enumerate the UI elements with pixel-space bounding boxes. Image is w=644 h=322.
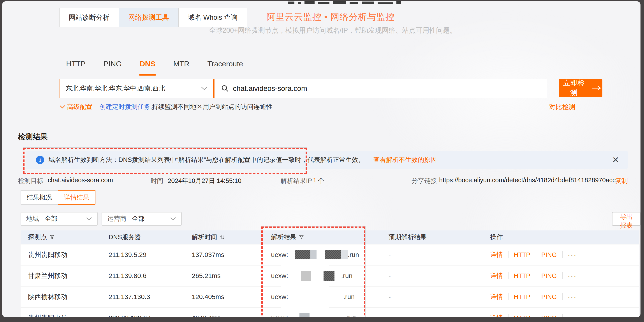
probe-cell: 贵州贵阳移动	[28, 250, 108, 259]
result-suffix: .run	[343, 293, 354, 300]
export-report-button[interactable]: 导出报表	[612, 212, 640, 226]
tab-http[interactable]: HTTP	[66, 60, 86, 70]
expected-cell: -	[388, 314, 490, 317]
tab-dns[interactable]: DNS	[140, 60, 156, 70]
page-subtitle: 全球200+网络拨测节点，模拟用户访问域名/IP，帮助发现网络、站点可用性问题。	[168, 26, 497, 35]
time-cell: 265.21ms	[192, 272, 271, 279]
http-link[interactable]: HTTP	[514, 314, 530, 317]
dns-cell: 211.139.80.6	[108, 272, 192, 279]
http-link[interactable]: HTTP	[514, 272, 530, 279]
col-probe: 探测点	[28, 233, 47, 242]
target-label: 检测目标	[18, 177, 43, 185]
isp-filter-select[interactable]: 运营商 全部	[102, 212, 182, 226]
detect-meta-row: 检测目标 chat.aivideos-sora.com 时间 2024年10月2…	[2, 177, 640, 185]
more-actions-icon[interactable]: ···	[568, 251, 577, 259]
sort-icon[interactable]	[220, 235, 224, 240]
http-link[interactable]: HTTP	[514, 251, 530, 258]
tab-ping[interactable]: PING	[104, 60, 122, 70]
ping-link[interactable]: PING	[541, 251, 557, 258]
table-row: 陕西榆林移动 211.137.130.3 120.405ms uexw: .ru…	[20, 286, 639, 307]
advanced-config-link[interactable]: 高级配置	[67, 103, 92, 111]
ping-link[interactable]: PING	[541, 272, 557, 279]
http-link[interactable]: HTTP	[514, 293, 530, 300]
time-cell: 46.254ms	[192, 314, 271, 317]
arrow-right-icon	[592, 85, 601, 91]
detail-link[interactable]: 详情	[490, 250, 503, 259]
result-suffix: .run	[348, 251, 359, 258]
info-icon: i	[36, 156, 44, 164]
time-cell: 137.037ms	[192, 251, 271, 258]
close-icon[interactable]: ✕	[612, 156, 619, 164]
region-filter-label: 地域	[26, 214, 39, 223]
resolve-ip-label: 解析结果IP	[281, 177, 312, 185]
target-input-value: chat.aivideos-sora.com	[233, 84, 307, 93]
detail-link[interactable]: 详情	[490, 271, 503, 280]
result-prefix: uexw:	[271, 272, 288, 279]
action-cell: 详情 HTTP PING ···	[490, 292, 639, 301]
redaction-block	[300, 313, 310, 317]
result-suffix: .run	[341, 272, 352, 279]
result-prefix: uexw:	[271, 251, 288, 258]
result-section-heading: 检测结果	[18, 132, 48, 142]
more-actions-icon[interactable]: ···	[568, 314, 577, 317]
ping-link[interactable]: PING	[541, 314, 557, 317]
action-cell: 详情 HTTP PING ···	[490, 313, 639, 317]
why-not-effective-link[interactable]: 查看解析不生效的原因	[374, 156, 437, 164]
tab-result-overview[interactable]: 结果概况	[20, 190, 58, 205]
tab-network-probe[interactable]: 网络拨测工具	[119, 8, 178, 27]
tab-traceroute[interactable]: Traceroute	[207, 60, 243, 70]
redaction-block	[324, 271, 334, 281]
ping-link[interactable]: PING	[541, 293, 557, 300]
advanced-config-row: 高级配置 创建定时拨测任务 ,持续监测不同地区用户到站点的访问连通性	[60, 103, 272, 111]
redaction-block	[310, 250, 316, 259]
compare-detect-link[interactable]: 对比检测	[549, 103, 575, 112]
detect-type-tabs: HTTP PING DNS MTR Traceroute	[66, 60, 243, 70]
filter-icon[interactable]	[50, 235, 54, 240]
col-resolve-result: 解析结果	[271, 233, 296, 242]
result-view-tabs: 结果概况 详情结果	[20, 190, 96, 205]
resolve-ip-count: 1	[313, 177, 316, 184]
dns-info-banner: i 域名解析生效判断方法：DNS拨测结果列表中“解析结果”与您在解析配置中的记录…	[26, 151, 628, 169]
chevron-down-icon	[60, 105, 65, 109]
detect-form: 东北,华南,华北,华东,华中,西南,西北 chat.aivideos-sora.…	[60, 79, 602, 98]
probe-cell: 贵州贵阳电信	[28, 313, 108, 317]
chevron-down-icon	[86, 217, 92, 221]
tab-site-diagnosis[interactable]: 网站诊断分析	[60, 8, 119, 27]
col-resolve-time: 解析时间	[192, 233, 217, 242]
tab-whois[interactable]: 域名 Whois 查询	[178, 8, 247, 27]
result-prefix: uexw:	[271, 293, 288, 300]
region-filter-select[interactable]: 地域 全部	[20, 212, 98, 226]
share-link-label: 分享链接	[412, 177, 437, 185]
result-cell: uexw: .run	[271, 250, 388, 259]
region-select[interactable]: 东北,华南,华北,华东,华中,西南,西北	[60, 79, 214, 98]
chevron-down-icon	[170, 217, 176, 221]
dns-cell: 211.137.130.3	[108, 293, 192, 300]
result-prefix: uexw:	[271, 314, 288, 317]
detail-link[interactable]: 详情	[490, 292, 503, 301]
tab-result-detail[interactable]: 详情结果	[58, 190, 96, 205]
result-filters: 地域 全部 运营商 全部	[20, 212, 182, 226]
more-actions-icon[interactable]: ···	[568, 272, 577, 280]
time-cell: 120.405ms	[192, 293, 271, 300]
resolve-ip-unit: 个	[318, 177, 324, 185]
tool-switcher: 网站诊断分析 网络拨测工具 域名 Whois 查询	[59, 8, 247, 27]
results-table: 探测点 DNS服务器 解析时间 解析结果 预期解析结果 操作 贵州贵阳移动 21…	[20, 230, 639, 317]
expected-cell: -	[388, 293, 490, 300]
filter-icon[interactable]	[299, 235, 304, 240]
page: 网站诊断分析 网络拨测工具 域名 Whois 查询 阿里云云监控 • 网络分析与…	[2, 1, 640, 317]
banner-text: 域名解析生效判断方法：DNS拨测结果列表中“解析结果”与您在解析配置中的记录值一…	[48, 156, 365, 164]
detail-link[interactable]: 详情	[490, 313, 503, 317]
action-cell: 详情 HTTP PING ···	[490, 271, 639, 280]
tab-mtr[interactable]: MTR	[173, 60, 190, 70]
target-input[interactable]: chat.aivideos-sora.com	[214, 79, 547, 98]
create-scheduled-task-link[interactable]: 创建定时拨测任务	[100, 103, 150, 111]
table-header-row: 探测点 DNS服务器 解析时间 解析结果 预期解析结果 操作	[20, 230, 639, 244]
region-filter-value: 全部	[45, 214, 57, 223]
col-dns-server: DNS服务器	[108, 233, 141, 242]
detect-now-button[interactable]: 立即检测	[559, 79, 602, 97]
time-value: 2024年10月27日 14:55:10	[168, 177, 242, 185]
copy-link-button[interactable]: 复制	[615, 177, 628, 185]
result-cell: uexw: .run	[271, 271, 388, 281]
more-actions-icon[interactable]: ···	[568, 293, 577, 301]
search-icon	[221, 85, 229, 92]
